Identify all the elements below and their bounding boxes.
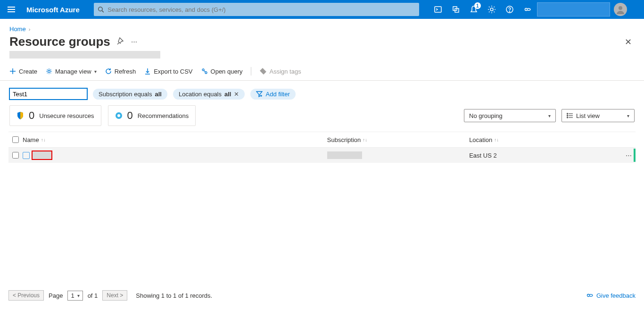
table-row[interactable]: East US 2 ⋯	[8, 148, 636, 163]
gear-icon	[46, 68, 52, 75]
subscription-filter-pill[interactable]: Subscription equals all	[93, 89, 167, 100]
svg-line-18	[204, 71, 205, 72]
unsecure-label: Unsecure resources	[39, 112, 94, 119]
breadcrumb-home[interactable]: Home	[9, 25, 26, 33]
unsecure-count: 0	[29, 109, 34, 122]
tag-icon	[260, 68, 266, 75]
assign-tags-label: Assign tags	[269, 68, 301, 75]
cards-row: 0 Unsecure resources 0 Recommendations N…	[0, 105, 644, 132]
query-icon	[201, 68, 208, 75]
svg-point-13	[48, 70, 50, 73]
global-search[interactable]	[94, 3, 419, 16]
manage-view-button[interactable]: Manage view ▾	[46, 68, 97, 75]
breadcrumb: Home ›	[0, 19, 644, 34]
notification-badge: 1	[474, 2, 481, 9]
page-select[interactable]: 1 ▾	[67, 291, 83, 301]
svg-point-7	[509, 11, 510, 12]
export-label: Export to CSV	[154, 68, 192, 75]
sub-prefix: Subscription equals	[99, 91, 152, 98]
col-loc-label: Location	[469, 136, 492, 143]
settings-icon[interactable]	[487, 5, 496, 14]
showing-label: Showing 1 to 1 of 1 records.	[136, 292, 212, 299]
refresh-label: Refresh	[115, 68, 136, 75]
give-feedback-link[interactable]: Give feedback	[586, 292, 636, 299]
refresh-button[interactable]: Refresh	[105, 68, 136, 75]
svg-point-24	[117, 114, 120, 117]
account-box[interactable]	[537, 2, 610, 17]
create-label: Create	[19, 68, 37, 75]
svg-line-1	[102, 11, 103, 12]
sub-value: all	[155, 91, 161, 98]
assign-tags-button: Assign tags	[260, 68, 301, 75]
svg-point-17	[205, 72, 207, 74]
location-filter-pill[interactable]: Location equals all ✕	[173, 89, 245, 100]
help-icon[interactable]	[505, 5, 514, 14]
row-name-redacted	[33, 151, 51, 159]
top-icon-row: 1	[433, 5, 532, 14]
chevron-down-icon: ▾	[627, 113, 629, 118]
sort-icon: ↑↓	[363, 137, 367, 142]
recommendations-card[interactable]: 0 Recommendations	[108, 105, 196, 126]
feedback-icon[interactable]	[523, 5, 532, 14]
page-title: Resource groups	[9, 34, 110, 49]
notifications-icon[interactable]: 1	[469, 5, 479, 14]
open-query-label: Open query	[211, 68, 243, 75]
svg-point-31	[587, 294, 589, 297]
row-more-icon[interactable]: ⋯	[626, 152, 632, 159]
directory-switch-icon[interactable]	[451, 5, 461, 14]
row-sub-redacted	[327, 151, 362, 159]
clear-filter-icon[interactable]: ✕	[234, 91, 239, 98]
grouping-dropdown[interactable]: No grouping ▾	[464, 109, 556, 122]
svg-point-29	[567, 115, 568, 116]
column-location[interactable]: Location↑↓	[469, 136, 621, 143]
row-selection-indicator	[634, 149, 636, 162]
command-bar: Create Manage view ▾ Refresh Export to C…	[0, 64, 644, 81]
unsecure-card[interactable]: 0 Unsecure resources	[9, 105, 101, 126]
more-actions-icon[interactable]: ⋯	[131, 38, 138, 45]
view-mode-dropdown[interactable]: List view ▾	[561, 109, 635, 122]
row-checkbox[interactable]	[12, 152, 19, 159]
table-header-row: Name↑↓ Subscription↑↓ Location↑↓	[8, 132, 636, 148]
refresh-icon	[105, 68, 112, 75]
column-subscription[interactable]: Subscription↑↓	[327, 136, 469, 143]
svg-point-8	[525, 8, 527, 11]
svg-point-19	[262, 70, 263, 71]
col-sub-label: Subscription	[327, 136, 361, 143]
hamburger-menu[interactable]	[8, 5, 17, 14]
page-num: 1	[71, 292, 74, 299]
grouping-label: No grouping	[469, 112, 503, 119]
svg-point-28	[567, 113, 568, 114]
add-filter-label: Add filter	[265, 91, 289, 98]
advisor-icon	[115, 112, 123, 119]
brand-label[interactable]: Microsoft Azure	[26, 6, 80, 14]
svg-point-0	[98, 7, 102, 11]
cloud-shell-icon[interactable]	[433, 5, 443, 14]
add-filter-button[interactable]: Add filter	[250, 89, 295, 100]
svg-line-10	[117, 42, 119, 44]
column-name[interactable]: Name↑↓	[23, 136, 327, 143]
open-query-button[interactable]: Open query	[201, 68, 243, 75]
export-csv-button[interactable]: Export to CSV	[144, 68, 192, 75]
svg-point-5	[490, 8, 493, 11]
create-button[interactable]: Create	[9, 68, 37, 75]
filter-icon	[256, 91, 263, 97]
feedback-icon	[586, 292, 594, 299]
avatar[interactable]	[614, 3, 627, 16]
col-name-label: Name	[23, 136, 39, 143]
svg-point-9	[619, 6, 622, 10]
table-wrapper: Name↑↓ Subscription↑↓ Location↑↓ East US…	[0, 132, 644, 163]
list-icon	[567, 112, 573, 119]
filter-search-input[interactable]	[9, 88, 87, 100]
select-all-checkbox[interactable]	[12, 136, 19, 143]
global-search-input[interactable]	[107, 6, 415, 13]
next-page-button: Next >	[102, 290, 127, 301]
chevron-right-icon: ›	[29, 26, 31, 32]
sort-icon: ↑↓	[41, 137, 46, 142]
chevron-down-icon: ▾	[77, 293, 80, 298]
separator	[251, 67, 251, 75]
filter-row: Subscription equals all Location equals …	[0, 81, 644, 105]
rec-count: 0	[127, 109, 133, 122]
close-blade-icon[interactable]: ✕	[622, 37, 635, 47]
loc-value: all	[224, 91, 231, 98]
pin-icon[interactable]	[117, 37, 124, 46]
